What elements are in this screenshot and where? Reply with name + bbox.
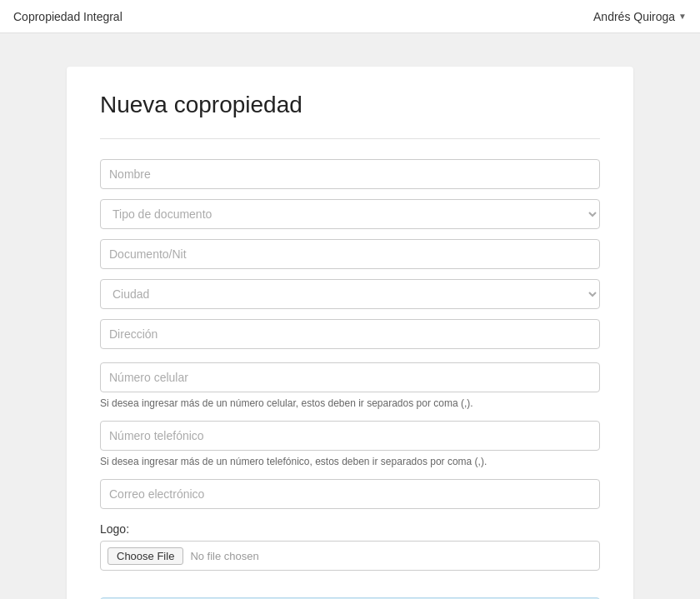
celular-group: Si desea ingresar más de un número celul… — [100, 362, 600, 411]
telefono-input[interactable] — [100, 421, 600, 451]
nombre-input[interactable] — [100, 159, 600, 189]
celular-hint: Si desea ingresar más de un número celul… — [100, 396, 600, 411]
telefono-hint: Si desea ingresar más de un número telef… — [100, 454, 600, 469]
main-content: Nueva copropiedad Tipo de documento Ciud… — [0, 33, 700, 599]
user-name: Andrés Quiroga — [593, 10, 675, 23]
app-title: Copropiedad Integral — [13, 10, 122, 23]
correo-group — [100, 479, 600, 509]
user-menu[interactable]: Andrés Quiroga ▼ — [593, 10, 687, 23]
tipo-documento-select[interactable]: Tipo de documento — [100, 199, 600, 229]
choose-file-button[interactable]: Choose File — [108, 547, 183, 565]
documento-nit-group — [100, 239, 600, 269]
tipo-documento-group: Tipo de documento — [100, 199, 600, 229]
direccion-input[interactable] — [100, 319, 600, 349]
documento-nit-input[interactable] — [100, 239, 600, 269]
chevron-down-icon: ▼ — [678, 12, 687, 21]
form-container: Nueva copropiedad Tipo de documento Ciud… — [67, 67, 633, 599]
file-input-wrapper: Choose File No file chosen — [100, 541, 600, 571]
divider — [100, 138, 600, 139]
ciudad-select[interactable]: Ciudad — [100, 279, 600, 309]
nombre-group — [100, 159, 600, 189]
topbar: Copropiedad Integral Andrés Quiroga ▼ — [0, 0, 700, 33]
ciudad-group: Ciudad — [100, 279, 600, 309]
no-file-chosen-label: No file chosen — [190, 550, 258, 562]
direccion-group — [100, 319, 600, 349]
telefono-group: Si desea ingresar más de un número telef… — [100, 421, 600, 469]
logo-group: Logo: Choose File No file chosen — [100, 522, 600, 571]
correo-input[interactable] — [100, 479, 600, 509]
celular-input[interactable] — [100, 362, 600, 392]
logo-label: Logo: — [100, 522, 600, 536]
page-title: Nueva copropiedad — [100, 92, 600, 118]
